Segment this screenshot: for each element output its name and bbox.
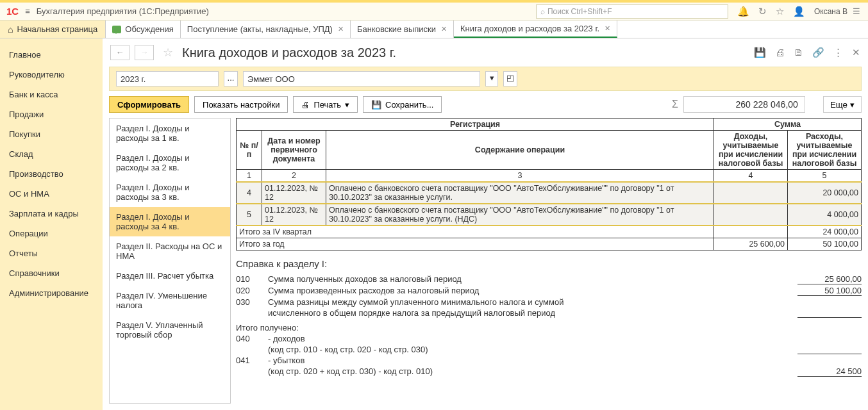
ref-line-010: 010Сумма полученных доходов за налоговый… [236, 274, 862, 284]
toolbar: Сформировать Показать настройки 🖨Печать▾… [103, 91, 868, 118]
bell-icon[interactable]: 🔔 [737, 6, 749, 17]
section-2[interactable]: Раздел II. Расходы на ОС и НМА [110, 236, 230, 266]
ref-line-040: 040- доходов [236, 334, 862, 343]
tab-row: ⌂Начальная страница Обсуждения Поступлен… [0, 20, 868, 38]
preview-icon[interactable]: 🗎 [794, 47, 803, 58]
th-no: № п/п [237, 131, 262, 170]
sum-display: 260 228 046,00 [683, 96, 805, 113]
report-table: Регистрация Сумма № п/п Дата и номер пер… [236, 118, 862, 250]
tab-kudir[interactable]: Книга доходов и расходов за 2023 г.✕ [454, 20, 617, 38]
org-dropdown-icon[interactable]: ▾ [485, 71, 498, 86]
sections-list[interactable]: Раздел I. Доходы и расходы за 1 кв. Разд… [109, 118, 231, 404]
chat-icon [112, 26, 121, 33]
printer-icon: 🖨 [301, 100, 310, 110]
section-q3[interactable]: Раздел I. Доходы и расходы за 3 кв. [110, 177, 230, 207]
favorite-icon[interactable]: ☆ [163, 45, 173, 60]
nav-admin[interactable]: Администрирование [0, 283, 103, 303]
ref-title: Справка к разделу I: [236, 258, 862, 269]
section-q1[interactable]: Раздел I. Доходы и расходы за 1 кв. [110, 119, 230, 148]
menu-icon[interactable]: ≡ [25, 6, 30, 16]
section-q4[interactable]: Раздел I. Доходы и расходы за 4 кв. [110, 207, 230, 236]
nav-sales[interactable]: Продажи [0, 104, 103, 124]
tab-receipts[interactable]: Поступление (акты, накладные, УПД)✕ [181, 20, 351, 38]
app-header: 1C ≡ Бухгалтерия предприятия (1С:Предпри… [0, 3, 868, 20]
more-button[interactable]: Еще▾ [823, 96, 862, 113]
print-button[interactable]: 🖨Печать▾ [293, 96, 358, 113]
home-icon: ⌂ [8, 24, 13, 35]
th-sum: Сумма [714, 119, 862, 131]
save-button[interactable]: 💾Сохранить... [363, 96, 442, 113]
nav-reports[interactable]: Отчеты [0, 243, 103, 263]
th-content: Содержание операции [326, 131, 714, 170]
user-dropdown-icon[interactable]: ☰ [853, 6, 860, 16]
settings-button[interactable]: Показать настройки [194, 96, 288, 113]
year-picker-button[interactable]: ... [224, 71, 238, 86]
user-name[interactable]: Оксана В [814, 7, 847, 16]
org-open-button[interactable]: ◰ [503, 71, 517, 86]
app-title: Бухгалтерия предприятия (1С:Предприятие) [37, 6, 209, 16]
th-income: Доходы, учитываемые при исчислении налог… [714, 131, 788, 170]
section-3[interactable]: Раздел III. Расчет убытка [110, 266, 230, 286]
table-row[interactable]: 4 01.12.2023, № 12 Оплачено с банковског… [237, 182, 862, 204]
close-icon[interactable]: ✕ [605, 24, 610, 33]
section-5[interactable]: Раздел V. Уплаченный торговый сбор [110, 315, 230, 345]
year-input[interactable]: 2023 г. [116, 71, 219, 86]
org-input[interactable]: Эммет ООО [243, 71, 480, 86]
tab-bank[interactable]: Банковские выписки✕ [351, 20, 454, 38]
disk-icon: 💾 [371, 100, 381, 110]
search-input[interactable]: ⌕Поиск Ctrl+Shift+F [536, 4, 728, 19]
left-nav: Главное Руководителю Банк и касса Продаж… [0, 38, 103, 410]
filter-bar: 2023 г. ... Эммет ООО ▾ ◰ [109, 67, 862, 91]
more-icon[interactable]: ⋮ [833, 47, 843, 58]
total-year: Итого за год 25 600,00 50 100,00 [237, 238, 862, 250]
nav-salary[interactable]: Зарплата и кадры [0, 204, 103, 224]
ref-line-030: 030Сумма разницы между суммой уплаченног… [236, 297, 862, 307]
nav-warehouse[interactable]: Склад [0, 144, 103, 164]
logo-1c: 1C [6, 6, 19, 17]
link-icon[interactable]: 🔗 [812, 47, 824, 58]
th-registration: Регистрация [237, 119, 714, 131]
th-doc: Дата и номер первичного документа [262, 131, 326, 170]
nav-assets[interactable]: ОС и НМА [0, 184, 103, 204]
back-button[interactable]: ← [110, 45, 129, 60]
nav-manager[interactable]: Руководителю [0, 65, 103, 85]
forward-button: → [135, 45, 154, 60]
form-button[interactable]: Сформировать [109, 96, 189, 113]
table-row[interactable]: 5 01.12.2023, № 12 Оплачено с банковског… [237, 204, 862, 226]
tab-home[interactable]: ⌂Начальная страница [0, 20, 106, 38]
nav-purchases[interactable]: Покупки [0, 124, 103, 144]
star-icon[interactable]: ☆ [776, 6, 784, 17]
tab-discussions[interactable]: Обсуждения [106, 20, 181, 38]
close-icon[interactable]: ✕ [441, 25, 447, 33]
nav-bank[interactable]: Банк и касса [0, 85, 103, 104]
sum-icon[interactable]: Σ [672, 99, 678, 110]
ref-line-020: 020Сумма произведенных расходов за налог… [236, 286, 862, 296]
nav-refs[interactable]: Справочники [0, 263, 103, 283]
section-4[interactable]: Раздел IV. Уменьшение налога [110, 286, 230, 315]
close-icon[interactable]: ✕ [338, 25, 344, 33]
user-icon[interactable]: 👤 [793, 6, 805, 17]
section-q2[interactable]: Раздел I. Доходы и расходы за 2 кв. [110, 148, 230, 177]
report-body[interactable]: Регистрация Сумма № п/п Дата и номер пер… [236, 118, 862, 404]
page-title: Книга доходов и расходов за 2023 г. [182, 45, 396, 60]
close-page-icon[interactable]: ✕ [852, 47, 860, 58]
print-icon[interactable]: 🖨 [775, 47, 785, 58]
history-icon[interactable]: ↻ [758, 6, 767, 17]
th-expense: Расходы, учитываемые при исчислении нало… [788, 131, 862, 170]
ref-got: Итого получено: [236, 323, 862, 332]
nav-operations[interactable]: Операции [0, 224, 103, 243]
save-icon[interactable]: 💾 [754, 47, 766, 58]
nav-production[interactable]: Производство [0, 164, 103, 184]
ref-line-041: 041- убытков [236, 356, 862, 365]
total-q4: Итого за IV квартал 24 000,00 [237, 226, 862, 238]
nav-main[interactable]: Главное [0, 45, 103, 65]
